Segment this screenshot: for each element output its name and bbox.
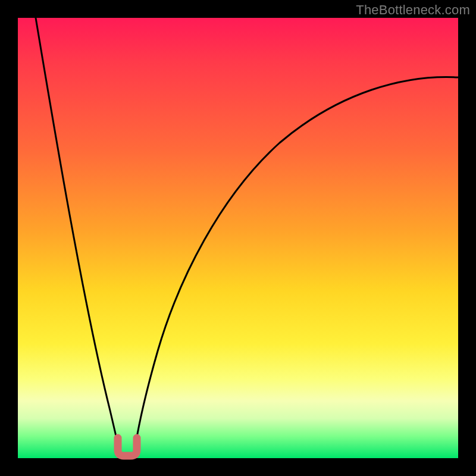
watermark-text: TheBottleneck.com: [356, 2, 470, 18]
bottleneck-curve: [18, 18, 458, 458]
curve-right-branch: [134, 77, 458, 455]
chart-frame: TheBottleneck.com: [0, 0, 476, 476]
bottom-u-marker: [118, 438, 137, 456]
plot-area: [18, 18, 458, 458]
curve-left-branch: [36, 18, 120, 455]
